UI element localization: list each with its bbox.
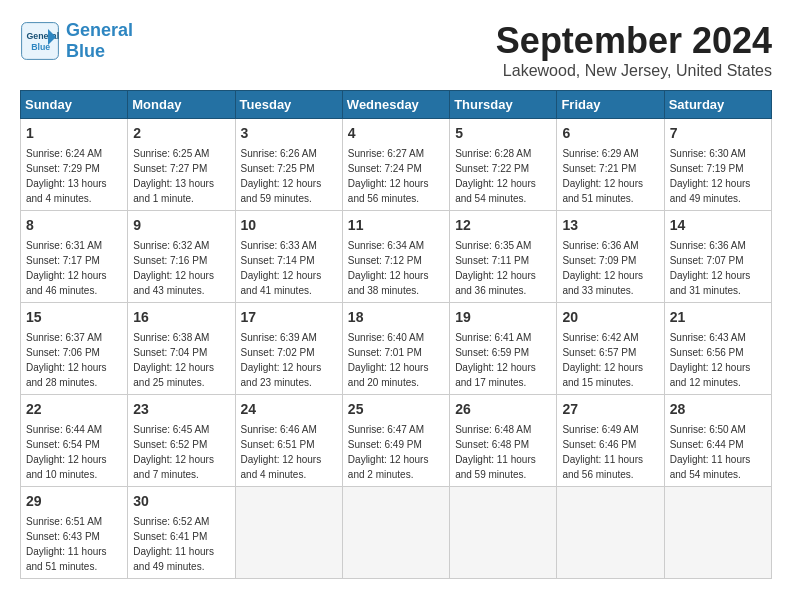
day-cell: 5Sunrise: 6:28 AMSunset: 7:22 PMDaylight… (450, 119, 557, 211)
day-cell: 19Sunrise: 6:41 AMSunset: 6:59 PMDayligh… (450, 303, 557, 395)
day-number: 13 (562, 215, 658, 236)
day-number: 16 (133, 307, 229, 328)
day-cell: 13Sunrise: 6:36 AMSunset: 7:09 PMDayligh… (557, 211, 664, 303)
day-info: Sunrise: 6:37 AMSunset: 7:06 PMDaylight:… (26, 330, 122, 390)
day-cell: 1Sunrise: 6:24 AMSunset: 7:29 PMDaylight… (21, 119, 128, 211)
day-info: Sunrise: 6:50 AMSunset: 6:44 PMDaylight:… (670, 422, 766, 482)
day-cell: 22Sunrise: 6:44 AMSunset: 6:54 PMDayligh… (21, 395, 128, 487)
day-info: Sunrise: 6:28 AMSunset: 7:22 PMDaylight:… (455, 146, 551, 206)
location-title: Lakewood, New Jersey, United States (496, 62, 772, 80)
day-cell: 20Sunrise: 6:42 AMSunset: 6:57 PMDayligh… (557, 303, 664, 395)
day-info: Sunrise: 6:38 AMSunset: 7:04 PMDaylight:… (133, 330, 229, 390)
day-number: 1 (26, 123, 122, 144)
day-cell (450, 487, 557, 579)
day-info: Sunrise: 6:39 AMSunset: 7:02 PMDaylight:… (241, 330, 337, 390)
day-number: 12 (455, 215, 551, 236)
day-number: 26 (455, 399, 551, 420)
day-info: Sunrise: 6:40 AMSunset: 7:01 PMDaylight:… (348, 330, 444, 390)
day-info: Sunrise: 6:51 AMSunset: 6:43 PMDaylight:… (26, 514, 122, 574)
day-info: Sunrise: 6:24 AMSunset: 7:29 PMDaylight:… (26, 146, 122, 206)
day-info: Sunrise: 6:47 AMSunset: 6:49 PMDaylight:… (348, 422, 444, 482)
day-cell: 21Sunrise: 6:43 AMSunset: 6:56 PMDayligh… (664, 303, 771, 395)
logo: General Blue General Blue (20, 20, 133, 62)
day-cell: 25Sunrise: 6:47 AMSunset: 6:49 PMDayligh… (342, 395, 449, 487)
day-info: Sunrise: 6:34 AMSunset: 7:12 PMDaylight:… (348, 238, 444, 298)
day-info: Sunrise: 6:44 AMSunset: 6:54 PMDaylight:… (26, 422, 122, 482)
day-number: 6 (562, 123, 658, 144)
day-cell: 9Sunrise: 6:32 AMSunset: 7:16 PMDaylight… (128, 211, 235, 303)
day-cell: 16Sunrise: 6:38 AMSunset: 7:04 PMDayligh… (128, 303, 235, 395)
day-info: Sunrise: 6:31 AMSunset: 7:17 PMDaylight:… (26, 238, 122, 298)
day-cell: 10Sunrise: 6:33 AMSunset: 7:14 PMDayligh… (235, 211, 342, 303)
day-cell: 6Sunrise: 6:29 AMSunset: 7:21 PMDaylight… (557, 119, 664, 211)
day-number: 27 (562, 399, 658, 420)
svg-rect-0 (22, 23, 59, 60)
calendar-header-row: SundayMondayTuesdayWednesdayThursdayFrid… (21, 91, 772, 119)
day-info: Sunrise: 6:26 AMSunset: 7:25 PMDaylight:… (241, 146, 337, 206)
day-cell (557, 487, 664, 579)
header: General Blue General Blue September 2024… (20, 20, 772, 80)
week-row-1: 1Sunrise: 6:24 AMSunset: 7:29 PMDaylight… (21, 119, 772, 211)
day-cell (664, 487, 771, 579)
day-cell: 29Sunrise: 6:51 AMSunset: 6:43 PMDayligh… (21, 487, 128, 579)
week-row-3: 15Sunrise: 6:37 AMSunset: 7:06 PMDayligh… (21, 303, 772, 395)
header-thursday: Thursday (450, 91, 557, 119)
day-info: Sunrise: 6:52 AMSunset: 6:41 PMDaylight:… (133, 514, 229, 574)
day-cell: 4Sunrise: 6:27 AMSunset: 7:24 PMDaylight… (342, 119, 449, 211)
logo-line1: General (66, 20, 133, 40)
day-info: Sunrise: 6:45 AMSunset: 6:52 PMDaylight:… (133, 422, 229, 482)
header-monday: Monday (128, 91, 235, 119)
day-number: 29 (26, 491, 122, 512)
day-cell: 17Sunrise: 6:39 AMSunset: 7:02 PMDayligh… (235, 303, 342, 395)
day-info: Sunrise: 6:27 AMSunset: 7:24 PMDaylight:… (348, 146, 444, 206)
day-info: Sunrise: 6:36 AMSunset: 7:09 PMDaylight:… (562, 238, 658, 298)
day-info: Sunrise: 6:25 AMSunset: 7:27 PMDaylight:… (133, 146, 229, 206)
day-cell (235, 487, 342, 579)
day-info: Sunrise: 6:43 AMSunset: 6:56 PMDaylight:… (670, 330, 766, 390)
day-number: 24 (241, 399, 337, 420)
day-cell: 24Sunrise: 6:46 AMSunset: 6:51 PMDayligh… (235, 395, 342, 487)
day-number: 3 (241, 123, 337, 144)
day-info: Sunrise: 6:32 AMSunset: 7:16 PMDaylight:… (133, 238, 229, 298)
day-number: 14 (670, 215, 766, 236)
day-info: Sunrise: 6:29 AMSunset: 7:21 PMDaylight:… (562, 146, 658, 206)
day-number: 4 (348, 123, 444, 144)
day-number: 11 (348, 215, 444, 236)
day-info: Sunrise: 6:49 AMSunset: 6:46 PMDaylight:… (562, 422, 658, 482)
day-number: 22 (26, 399, 122, 420)
day-info: Sunrise: 6:36 AMSunset: 7:07 PMDaylight:… (670, 238, 766, 298)
calendar-table: SundayMondayTuesdayWednesdayThursdayFrid… (20, 90, 772, 579)
day-cell: 2Sunrise: 6:25 AMSunset: 7:27 PMDaylight… (128, 119, 235, 211)
header-tuesday: Tuesday (235, 91, 342, 119)
day-number: 7 (670, 123, 766, 144)
day-cell: 30Sunrise: 6:52 AMSunset: 6:41 PMDayligh… (128, 487, 235, 579)
day-cell: 18Sunrise: 6:40 AMSunset: 7:01 PMDayligh… (342, 303, 449, 395)
day-info: Sunrise: 6:30 AMSunset: 7:19 PMDaylight:… (670, 146, 766, 206)
day-cell: 27Sunrise: 6:49 AMSunset: 6:46 PMDayligh… (557, 395, 664, 487)
day-number: 10 (241, 215, 337, 236)
day-number: 23 (133, 399, 229, 420)
header-wednesday: Wednesday (342, 91, 449, 119)
day-cell: 15Sunrise: 6:37 AMSunset: 7:06 PMDayligh… (21, 303, 128, 395)
logo-text: General Blue (66, 20, 133, 62)
day-cell: 26Sunrise: 6:48 AMSunset: 6:48 PMDayligh… (450, 395, 557, 487)
day-number: 20 (562, 307, 658, 328)
day-number: 9 (133, 215, 229, 236)
day-info: Sunrise: 6:48 AMSunset: 6:48 PMDaylight:… (455, 422, 551, 482)
day-number: 25 (348, 399, 444, 420)
day-number: 19 (455, 307, 551, 328)
day-cell: 12Sunrise: 6:35 AMSunset: 7:11 PMDayligh… (450, 211, 557, 303)
day-info: Sunrise: 6:46 AMSunset: 6:51 PMDaylight:… (241, 422, 337, 482)
day-info: Sunrise: 6:41 AMSunset: 6:59 PMDaylight:… (455, 330, 551, 390)
svg-text:Blue: Blue (31, 42, 50, 52)
day-number: 17 (241, 307, 337, 328)
day-info: Sunrise: 6:35 AMSunset: 7:11 PMDaylight:… (455, 238, 551, 298)
day-number: 30 (133, 491, 229, 512)
day-number: 15 (26, 307, 122, 328)
day-cell: 8Sunrise: 6:31 AMSunset: 7:17 PMDaylight… (21, 211, 128, 303)
day-cell: 14Sunrise: 6:36 AMSunset: 7:07 PMDayligh… (664, 211, 771, 303)
week-row-4: 22Sunrise: 6:44 AMSunset: 6:54 PMDayligh… (21, 395, 772, 487)
day-cell: 3Sunrise: 6:26 AMSunset: 7:25 PMDaylight… (235, 119, 342, 211)
day-number: 5 (455, 123, 551, 144)
day-cell: 7Sunrise: 6:30 AMSunset: 7:19 PMDaylight… (664, 119, 771, 211)
